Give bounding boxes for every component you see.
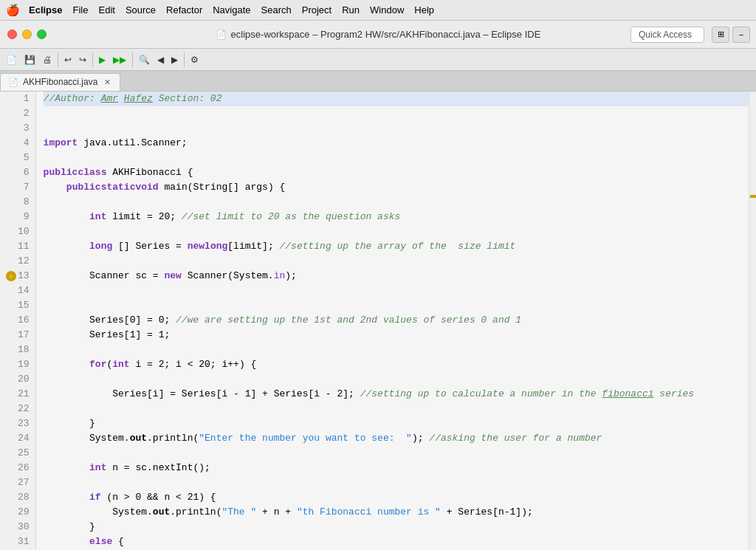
line-numbers-gutter: 123456789101112⚠131415161718192021222324… — [0, 92, 36, 550]
code-line-18 — [44, 343, 749, 357]
line-number-text-9: 9 — [24, 210, 30, 224]
menu-project[interactable]: Project — [302, 4, 331, 16]
code-line-26: int n = sc.nextInt(); — [44, 461, 749, 475]
close-window-button[interactable] — [7, 30, 17, 39]
toolbar-search-button[interactable]: 🔍 — [136, 52, 153, 68]
code-line-28: if (n > 0 && n < 21) { — [44, 490, 749, 505]
line-number-4: 4 — [6, 136, 30, 151]
line-number-16: 16 — [6, 313, 30, 328]
code-line-22 — [44, 402, 749, 416]
line-number-5: 5 — [6, 151, 30, 165]
line-number-text-5: 5 — [24, 151, 30, 165]
code-line-8 — [44, 195, 749, 210]
code-line-7: public static void main(String[] args) { — [44, 180, 749, 195]
line-number-13: ⚠13 — [6, 269, 30, 283]
file-icon: 📄 — [216, 30, 227, 40]
toolbar-redo-button[interactable]: ↪ — [76, 52, 89, 68]
toolbar-new-button[interactable]: 📄 — [3, 52, 20, 68]
code-line-10 — [44, 224, 749, 239]
line-number-11: 11 — [6, 239, 30, 254]
toolbar-run-button[interactable]: ▶▶ — [110, 52, 129, 68]
toolbar-print-button[interactable]: 🖨 — [40, 52, 55, 68]
menu-search[interactable]: Search — [261, 4, 292, 16]
code-line-16: Series[0] = 0; //we are setting up the 1… — [44, 313, 749, 328]
toolbar-forward-button[interactable]: ▶ — [168, 52, 181, 68]
code-line-6: public class AKHFibonacci { — [44, 165, 749, 180]
line-number-23: 23 — [6, 416, 30, 431]
line-number-29: 29 — [6, 505, 30, 520]
traffic-lights — [7, 30, 47, 39]
line-number-24: 24 — [6, 431, 30, 446]
line-number-text-21: 21 — [18, 387, 30, 402]
line-number-text-30: 30 — [18, 520, 30, 534]
line-number-26: 26 — [6, 461, 30, 475]
tab-label: AKHFibonacci.java — [23, 77, 97, 87]
code-line-30: } — [44, 520, 749, 534]
toolbar-extra-button[interactable]: ⚙ — [188, 52, 202, 68]
code-line-2 — [44, 106, 749, 121]
line-number-31: 31 — [6, 534, 30, 549]
line-number-text-11: 11 — [18, 239, 30, 254]
tab-close-button[interactable]: ✕ — [102, 77, 112, 87]
code-line-21: Series[i] = Series[i - 1] + Series[i - 2… — [44, 387, 749, 402]
line-number-8: 8 — [6, 195, 30, 210]
code-line-12 — [44, 254, 749, 269]
line-number-17: 17 — [6, 328, 30, 343]
menu-navigate[interactable]: Navigate — [213, 4, 250, 16]
toolbar-debug-button[interactable]: ▶ — [96, 52, 109, 68]
line-number-28: 28 — [6, 490, 30, 505]
menu-eclipse[interactable]: Eclipse — [29, 4, 63, 16]
code-editor[interactable]: //Author: Amr Hafez Section: 02 import j… — [36, 92, 749, 550]
line-number-text-17: 17 — [18, 328, 30, 343]
line-number-text-26: 26 — [18, 461, 30, 475]
line-number-18: 18 — [6, 343, 30, 357]
line-number-text-18: 18 — [18, 343, 30, 357]
menu-edit[interactable]: Edit — [98, 4, 114, 16]
tab-file-icon: 📄 — [8, 78, 18, 87]
apple-logo-icon: 🍎 — [6, 4, 20, 17]
toolbar-back-button[interactable]: ◀ — [154, 52, 167, 68]
menu-help[interactable]: Help — [414, 4, 434, 16]
code-line-13: Scanner sc = new Scanner(System.in); — [44, 269, 749, 283]
line-number-30: 30 — [6, 520, 30, 534]
line-number-25: 25 — [6, 446, 30, 461]
code-line-9: int limit = 20; //set limit to 20 as the… — [44, 210, 749, 224]
line-number-text-7: 7 — [24, 180, 30, 195]
menu-window[interactable]: Window — [370, 4, 404, 16]
line-number-text-31: 31 — [18, 534, 30, 549]
menu-source[interactable]: Source — [126, 4, 156, 16]
minimize-button[interactable]: − — [732, 27, 750, 43]
menu-file[interactable]: File — [73, 4, 89, 16]
code-line-4: import java.util.Scanner; — [44, 136, 749, 151]
window-right-icons: ⊞ − — [712, 27, 750, 43]
window-title-text: eclipse-workspace – Program2 HW/src/AKHF… — [231, 29, 541, 40]
minimap-scrollbar[interactable] — [749, 92, 756, 550]
line-number-text-3: 3 — [24, 121, 30, 136]
maximize-window-button[interactable] — [37, 30, 47, 39]
line-number-text-23: 23 — [18, 416, 30, 431]
toolbar-save-button[interactable]: 💾 — [21, 52, 38, 68]
menu-refactor[interactable]: Refactor — [166, 4, 202, 16]
line-number-text-6: 6 — [24, 165, 30, 180]
line-number-text-12: 12 — [18, 254, 30, 269]
line-number-text-29: 29 — [18, 505, 30, 520]
minimize-window-button[interactable] — [22, 30, 32, 39]
menu-bar: 🍎 Eclipse File Edit Source Refactor Navi… — [0, 0, 756, 21]
line-number-text-1: 1 — [24, 92, 30, 106]
line-number-text-2: 2 — [24, 106, 30, 121]
code-line-11: long [] Series = new long[limit]; //sett… — [44, 239, 749, 254]
line-number-6: 6 — [6, 165, 30, 180]
tab-akhfibonacci[interactable]: 📄 AKHFibonacci.java ✕ — [0, 73, 120, 91]
toolbar-undo-button[interactable]: ↩ — [61, 52, 75, 68]
quick-access-input[interactable]: Quick Access — [630, 27, 704, 43]
line-number-7: 7 — [6, 180, 30, 195]
line-number-19: 19 — [6, 357, 30, 372]
code-line-15 — [44, 298, 749, 313]
perspective-button[interactable]: ⊞ — [712, 27, 729, 43]
code-line-1: //Author: Amr Hafez Section: 02 — [44, 92, 749, 106]
line-number-text-28: 28 — [18, 490, 30, 505]
line-number-text-19: 19 — [18, 357, 30, 372]
menu-run[interactable]: Run — [342, 4, 360, 16]
warning-icon: ⚠ — [6, 271, 16, 281]
code-line-23: } — [44, 416, 749, 431]
